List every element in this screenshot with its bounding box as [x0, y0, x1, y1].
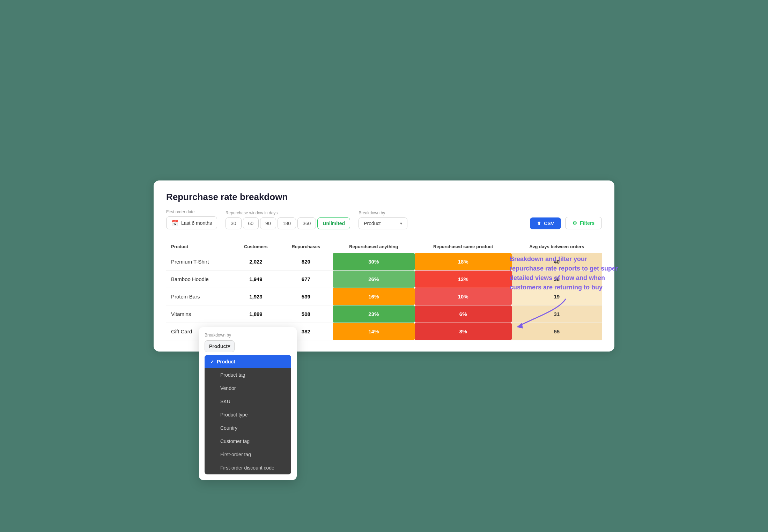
dropdown-item-sku[interactable]: SKU	[205, 395, 291, 408]
window-btn-90[interactable]: 90	[260, 217, 276, 229]
dropdown-selected-button[interactable]: Product ▾	[205, 340, 235, 352]
date-btn-label: Last 6 months	[181, 220, 212, 226]
cell-customers-0: 2,022	[232, 253, 279, 271]
col-repurchased-anything: Repurchased anything	[333, 241, 415, 253]
col-avg-days: Avg days between orders	[512, 241, 602, 253]
window-btn-30[interactable]: 30	[226, 217, 242, 229]
chevron-down-icon: ▾	[400, 221, 402, 226]
table-header-row: Product Customers Repurchases Repurchase…	[166, 241, 602, 253]
dropdown-item-product-tag[interactable]: Product tag	[205, 368, 291, 382]
repurchase-window-label: Repurchase window in days	[226, 210, 350, 215]
right-actions: ⬆ CSV ⚙ Filters	[530, 217, 602, 229]
calendar-icon: 📅	[171, 220, 178, 226]
dropdown-item-first-order-discount-code[interactable]: First-order discount code	[205, 461, 291, 474]
cell-product-0: Premium T-Shirt	[166, 253, 232, 271]
cell-repurchases-1: 677	[279, 271, 333, 288]
cell-product-2: Protein Bars	[166, 288, 232, 305]
csv-label: CSV	[544, 221, 554, 226]
dropdown-item-first-order-tag[interactable]: First-order tag	[205, 448, 291, 461]
cell-same-4: 8%	[415, 323, 512, 340]
same-badge-0: 18%	[415, 253, 512, 270]
filter-icon: ⚙	[573, 220, 577, 226]
window-buttons: 30 60 90 180 360 Unlimited	[226, 217, 350, 229]
cell-same-0: 18%	[415, 253, 512, 271]
cell-customers-3: 1,899	[232, 305, 279, 323]
cell-repurchases-0: 820	[279, 253, 333, 271]
cell-customers-2: 1,923	[232, 288, 279, 305]
dropdown-item-product[interactable]: ✓Product	[205, 355, 291, 368]
dropdown-item-customer-tag[interactable]: Customer tag	[205, 435, 291, 448]
filters-bar: First order date 📅 Last 6 months Repurch…	[166, 209, 602, 229]
cell-anything-4: 14%	[333, 323, 415, 340]
cell-anything-2: 16%	[333, 288, 415, 305]
window-btn-180[interactable]: 180	[278, 217, 296, 229]
window-btn-60[interactable]: 60	[243, 217, 259, 229]
cell-product-3: Vitamins	[166, 305, 232, 323]
filters-button[interactable]: ⚙ Filters	[565, 217, 602, 229]
svg-marker-0	[517, 323, 523, 328]
repurchase-window-group: Repurchase window in days 30 60 90 180 3…	[226, 210, 350, 229]
breakdown-label: Breakdown by	[359, 210, 407, 215]
annotation-area: Breakdown and filter your repurchase rat…	[510, 254, 621, 331]
cell-anything-3: 23%	[333, 305, 415, 323]
same-badge-1: 12%	[415, 271, 512, 288]
dropdown-chevron-icon: ▾	[228, 343, 230, 349]
breakdown-group: Breakdown by Product ▾	[359, 210, 407, 229]
cell-repurchases-2: 539	[279, 288, 333, 305]
col-repurchased-same: Repurchased same product	[415, 241, 512, 253]
same-badge-4: 8%	[415, 323, 512, 340]
cell-same-2: 10%	[415, 288, 512, 305]
breakdown-dropdown-popup: Breakdown by Product ▾ ✓ProductProduct t…	[199, 327, 297, 480]
cell-repurchases-3: 508	[279, 305, 333, 323]
dropdown-popup-label: Breakdown by	[205, 333, 291, 338]
cell-customers-1: 1,949	[232, 271, 279, 288]
date-picker-button[interactable]: 📅 Last 6 months	[166, 216, 217, 229]
first-order-group: First order date 📅 Last 6 months	[166, 209, 217, 229]
window-btn-unlimited[interactable]: Unlimited	[317, 217, 350, 229]
col-product: Product	[166, 241, 232, 253]
breakdown-value: Product	[364, 221, 381, 226]
same-badge-2: 10%	[415, 288, 512, 305]
breakdown-select-button[interactable]: Product ▾	[359, 217, 407, 229]
dropdown-selected-value: Product	[209, 343, 228, 349]
check-icon: ✓	[210, 359, 214, 364]
dropdown-item-product-type[interactable]: Product type	[205, 408, 291, 421]
cell-same-1: 12%	[415, 271, 512, 288]
dropdown-item-vendor[interactable]: Vendor	[205, 382, 291, 395]
export-icon: ⬆	[537, 221, 541, 226]
col-customers: Customers	[232, 241, 279, 253]
cell-product-1: Bamboo Hoodie	[166, 271, 232, 288]
dropdown-list: ✓ProductProduct tagVendorSKUProduct type…	[205, 355, 291, 474]
cell-same-3: 6%	[415, 305, 512, 323]
same-badge-3: 6%	[415, 305, 512, 323]
window-btn-360[interactable]: 360	[297, 217, 316, 229]
col-repurchases: Repurchases	[279, 241, 333, 253]
csv-button[interactable]: ⬆ CSV	[530, 217, 561, 229]
outer-wrapper: Repurchase rate breakdown First order da…	[154, 180, 614, 352]
anything-badge-0: 30%	[333, 253, 415, 270]
dropdown-item-country[interactable]: Country	[205, 421, 291, 435]
first-order-label: First order date	[166, 209, 217, 214]
filters-label: Filters	[580, 220, 595, 226]
page-title: Repurchase rate breakdown	[166, 192, 602, 202]
anything-badge-3: 23%	[333, 305, 415, 323]
anything-badge-2: 16%	[333, 288, 415, 305]
annotation-arrow	[510, 296, 579, 331]
anything-badge-4: 14%	[333, 323, 415, 340]
annotation-text: Breakdown and filter your repurchase rat…	[510, 254, 621, 292]
anything-badge-1: 26%	[333, 271, 415, 288]
cell-anything-1: 26%	[333, 271, 415, 288]
cell-anything-0: 30%	[333, 253, 415, 271]
